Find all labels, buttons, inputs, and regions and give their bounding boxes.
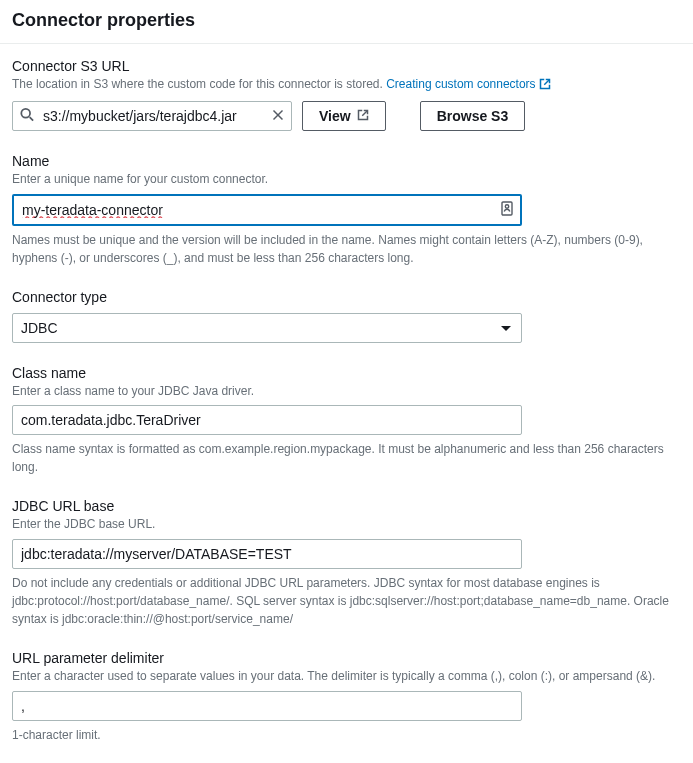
name-help-below: Names must be unique and the version wil… <box>12 231 681 267</box>
s3-url-hint: The location in S3 where the custom code… <box>12 76 681 95</box>
connector-type-label: Connector type <box>12 289 681 305</box>
page-title: Connector properties <box>0 0 693 44</box>
connector-type-select[interactable]: JDBC <box>12 313 522 343</box>
jdbc-url-label: JDBC URL base <box>12 498 681 514</box>
jdbc-url-hint: Enter the JDBC base URL. <box>12 516 681 533</box>
class-name-help-below: Class name syntax is formatted as com.ex… <box>12 440 681 476</box>
view-button[interactable]: View <box>302 101 386 131</box>
search-icon <box>20 107 34 124</box>
field-name: Name Enter a unique name for your custom… <box>12 153 681 267</box>
field-class-name: Class name Enter a class name to your JD… <box>12 365 681 477</box>
field-s3-url: Connector S3 URL The location in S3 wher… <box>12 58 681 131</box>
class-name-label: Class name <box>12 365 681 381</box>
name-label: Name <box>12 153 681 169</box>
name-input[interactable] <box>12 194 522 226</box>
name-hint: Enter a unique name for your custom conn… <box>12 171 681 188</box>
creating-connectors-link[interactable]: Creating custom connectors <box>386 77 550 91</box>
jdbc-url-input[interactable] <box>12 539 522 569</box>
browse-s3-button[interactable]: Browse S3 <box>420 101 526 131</box>
contacts-icon <box>500 200 514 219</box>
svg-point-5 <box>505 204 508 207</box>
s3-url-label: Connector S3 URL <box>12 58 681 74</box>
s3-url-hint-text: The location in S3 where the custom code… <box>12 77 386 91</box>
svg-line-1 <box>30 117 34 121</box>
clear-icon[interactable] <box>272 108 284 124</box>
class-name-input[interactable] <box>12 405 522 435</box>
s3-url-input[interactable] <box>12 101 292 131</box>
external-link-icon <box>357 108 369 124</box>
external-link-icon <box>539 78 551 95</box>
delimiter-hint: Enter a character used to separate value… <box>12 668 681 685</box>
class-name-hint: Enter a class name to your JDBC Java dri… <box>12 383 681 400</box>
jdbc-url-help-below: Do not include any credentials or additi… <box>12 574 681 628</box>
delimiter-input[interactable] <box>12 691 522 721</box>
field-connector-type: Connector type JDBC <box>12 289 681 343</box>
delimiter-help-below: 1-character limit. <box>12 726 681 744</box>
field-delimiter: URL parameter delimiter Enter a characte… <box>12 650 681 744</box>
field-jdbc-url: JDBC URL base Enter the JDBC base URL. D… <box>12 498 681 628</box>
delimiter-label: URL parameter delimiter <box>12 650 681 666</box>
svg-point-0 <box>21 109 30 118</box>
